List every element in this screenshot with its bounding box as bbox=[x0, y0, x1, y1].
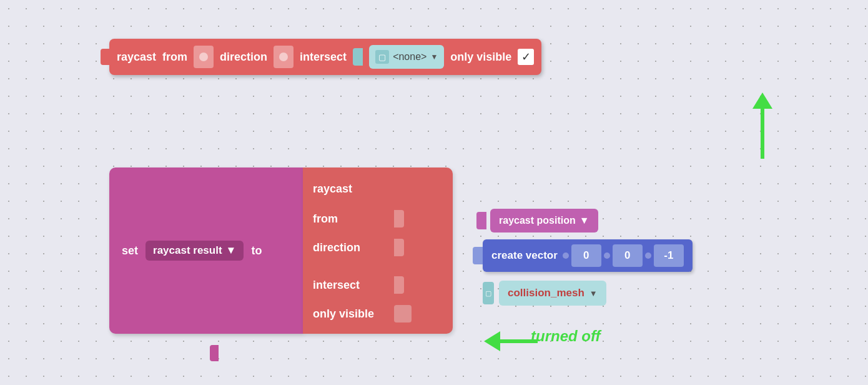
only-visible-checkbox-top[interactable]: ✓ bbox=[518, 49, 534, 65]
raycast-row: raycast bbox=[313, 174, 443, 204]
from-row-label: from bbox=[313, 212, 394, 226]
arrow-head-up bbox=[752, 92, 772, 109]
top-raycast-block: raycast from direction intersect ▢ <none… bbox=[109, 39, 541, 75]
set-section: set raycast result ▼ to bbox=[109, 168, 303, 334]
v-connector-1 bbox=[604, 252, 610, 259]
var-label: raycast result bbox=[153, 244, 222, 257]
raycast-pos-dropdown[interactable]: raycast position ▼ bbox=[490, 209, 598, 232]
vector-x[interactable]: 0 bbox=[571, 244, 601, 267]
intersect-connector bbox=[394, 276, 404, 294]
to-label: to bbox=[251, 244, 262, 258]
raycast-pos-arrow: ▼ bbox=[579, 215, 589, 226]
raycast-label: raycast bbox=[117, 51, 156, 64]
only-visible-checkbox-bottom[interactable] bbox=[394, 305, 412, 322]
collision-nub: ▢ bbox=[483, 282, 494, 304]
none-arrow: ▼ bbox=[430, 52, 438, 61]
arrow-head-left bbox=[484, 331, 500, 351]
from-connector bbox=[394, 210, 404, 228]
collision-text: collision_mesh bbox=[508, 287, 584, 299]
vector-z[interactable]: -1 bbox=[654, 244, 684, 267]
var-dropdown[interactable]: raycast result ▼ bbox=[145, 241, 244, 261]
left-arrow bbox=[484, 331, 538, 351]
pos-nub bbox=[476, 212, 486, 229]
cube-icon-top: ▢ bbox=[375, 50, 389, 64]
none-text: <none> bbox=[393, 51, 427, 62]
vector-nub bbox=[473, 247, 483, 264]
intersect-row: intersect bbox=[313, 271, 443, 299]
from-slot-top[interactable] bbox=[194, 46, 214, 68]
intersect-row-label: intersect bbox=[313, 279, 394, 292]
intersect-nub-top bbox=[353, 48, 363, 66]
raycast-pos-text: raycast position bbox=[499, 215, 576, 226]
cube-icon-collision: ▢ bbox=[483, 288, 494, 299]
bottom-block: set raycast result ▼ to raycast from dir… bbox=[109, 168, 453, 334]
direction-connector bbox=[394, 239, 404, 256]
collision-row: ▢ collision_mesh ▼ bbox=[483, 281, 606, 306]
intersect-label-top: intersect bbox=[300, 51, 347, 64]
vector-inputs: 0 0 -1 bbox=[563, 244, 684, 267]
create-vector-label: create vector bbox=[491, 249, 558, 262]
direction-slot-top[interactable] bbox=[274, 46, 293, 68]
from-label-top: from bbox=[162, 51, 187, 64]
direction-label-top: direction bbox=[220, 51, 267, 64]
right-rows: raycast from direction intersect only vi… bbox=[303, 168, 453, 334]
collision-arrow: ▼ bbox=[589, 289, 598, 298]
only-visible-row-bottom: only visible bbox=[313, 300, 443, 328]
raycast-pos-block: raycast position ▼ bbox=[476, 209, 598, 232]
none-dropdown[interactable]: ▢ <none> ▼ bbox=[369, 45, 444, 69]
arrow-shaft-up bbox=[761, 109, 764, 159]
gap-row bbox=[313, 262, 443, 270]
v-connector-2 bbox=[645, 252, 651, 259]
create-vector-block: create vector 0 0 -1 bbox=[483, 239, 693, 272]
only-visible-label-top: only visible bbox=[450, 51, 511, 64]
from-row: from bbox=[313, 205, 443, 232]
up-arrow bbox=[752, 92, 772, 159]
vector-y[interactable]: 0 bbox=[613, 244, 643, 267]
direction-row: direction bbox=[313, 234, 443, 261]
turned-off-label: turned off bbox=[531, 328, 601, 345]
set-label: set bbox=[122, 244, 138, 258]
raycast-row-label: raycast bbox=[313, 182, 394, 196]
direction-row-label: direction bbox=[313, 241, 394, 254]
only-visible-row-label: only visible bbox=[313, 308, 394, 321]
v-connector-0 bbox=[563, 252, 569, 259]
var-arrow: ▼ bbox=[226, 244, 237, 257]
collision-dropdown[interactable]: collision_mesh ▼ bbox=[499, 281, 606, 306]
